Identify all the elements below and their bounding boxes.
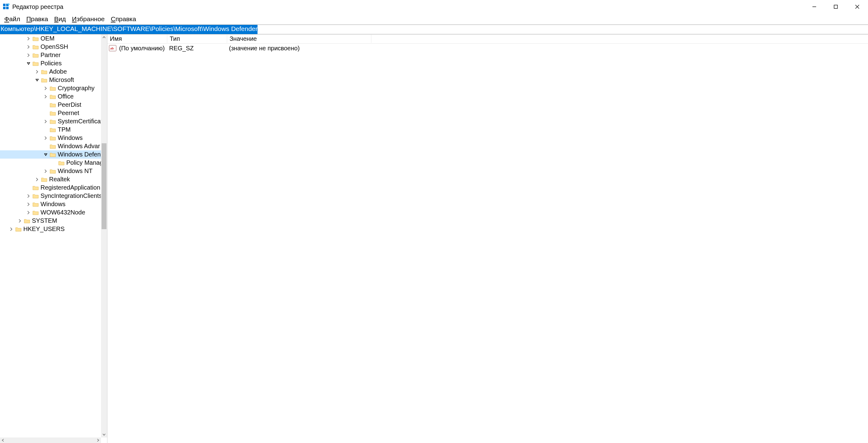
tree-item[interactable]: Realtek (0, 175, 101, 184)
tree-item-label: Cryptography (58, 85, 95, 92)
chevron-down-icon[interactable] (34, 77, 40, 83)
folder-icon (33, 44, 39, 50)
tree-item[interactable]: HKEY_USERS (0, 225, 101, 233)
folder-icon (50, 86, 56, 91)
tree-item[interactable]: WOW6432Node (0, 208, 101, 217)
tree-item[interactable]: Microsoft (0, 76, 101, 84)
chevron-right-icon[interactable] (9, 226, 14, 232)
scroll-thumb[interactable] (102, 143, 106, 229)
value-name: (По умолчанию) (117, 45, 167, 52)
chevron-right-icon[interactable] (43, 86, 49, 91)
folder-icon (41, 77, 47, 83)
chevron-right-icon[interactable] (26, 193, 31, 199)
chevron-right-icon[interactable] (26, 201, 31, 207)
string-value-icon (108, 45, 117, 52)
tree-item[interactable]: SYSTEM (0, 217, 101, 225)
menu-view[interactable]: Вид (51, 14, 69, 24)
tree-item[interactable]: Policy Manag (0, 159, 101, 167)
folder-icon (50, 119, 56, 124)
folder-icon (33, 36, 39, 41)
tree-item[interactable]: Windows Defen (0, 150, 101, 159)
tree-item-label: WOW6432Node (40, 209, 85, 216)
scroll-left-button[interactable] (0, 438, 6, 443)
tree-item-label: Windows (40, 201, 65, 208)
chevron-down-icon[interactable] (43, 152, 49, 157)
tree-item[interactable]: Partner (0, 51, 101, 59)
chevron-right-icon[interactable] (34, 69, 40, 74)
tree-item[interactable]: Peernet (0, 109, 101, 117)
chevron-right-icon[interactable] (43, 94, 49, 99)
window-title: Редактор реестра (12, 3, 63, 10)
folder-icon (33, 185, 39, 190)
value-rows: (По умолчанию)REG_SZ(значение не присвое… (107, 43, 868, 443)
tree-item[interactable]: Policies (0, 59, 101, 67)
tree-item[interactable]: PeerDist (0, 101, 101, 109)
tree-item[interactable]: OpenSSH (0, 43, 101, 51)
chevron-right-icon[interactable] (43, 168, 49, 174)
chevron-right-icon[interactable] (26, 44, 31, 50)
tree-item[interactable]: TPM (0, 125, 101, 134)
folder-icon (16, 227, 22, 232)
folder-icon (33, 202, 39, 207)
chevron-right-icon[interactable] (26, 36, 31, 41)
chevron-right-icon[interactable] (43, 135, 49, 141)
svg-rect-5 (834, 5, 838, 8)
tree-item-label: Windows (58, 134, 83, 141)
column-header-name[interactable]: Имя (107, 35, 167, 43)
column-header-type[interactable]: Тип (167, 35, 227, 43)
chevron-right-icon[interactable] (43, 119, 49, 124)
tree-item[interactable]: Windows Advar (0, 142, 101, 150)
tree[interactable]: OEMOpenSSHPartnerPoliciesAdobeMicrosoftC… (0, 34, 101, 438)
menu-help[interactable]: Справка (108, 14, 139, 24)
tree-item-label: Adobe (49, 68, 67, 75)
value-row[interactable]: (По умолчанию)REG_SZ(значение не присвое… (107, 43, 868, 53)
folder-icon (50, 102, 56, 107)
main-area: OEMOpenSSHPartnerPoliciesAdobeMicrosoftC… (0, 34, 868, 443)
tree-item[interactable]: OEM (0, 34, 101, 43)
tree-item[interactable]: Office (0, 92, 101, 101)
tree-item-label: RegisteredApplication (40, 184, 100, 191)
address-path[interactable]: Компьютер\HKEY_LOCAL_MACHINE\SOFTWARE\Po… (0, 25, 257, 34)
maximize-button[interactable] (825, 0, 846, 13)
tree-item-label: SystemCertificat (58, 118, 101, 125)
tree-item[interactable]: SystemCertificat (0, 117, 101, 125)
chevron-right-icon[interactable] (26, 53, 31, 58)
tree-item-label: Realtek (49, 176, 70, 183)
scroll-right-button[interactable] (95, 438, 101, 443)
chevron-right-icon[interactable] (26, 210, 31, 215)
tree-item[interactable]: Windows NT (0, 167, 101, 175)
menu-favorites[interactable]: Избранное (69, 14, 108, 24)
minimize-button[interactable] (804, 0, 825, 13)
scroll-up-button[interactable] (101, 34, 107, 40)
tree-item-label: OpenSSH (40, 43, 68, 50)
menu-file[interactable]: Файл (1, 14, 23, 24)
tree-item-label: PeerDist (58, 101, 81, 108)
menu-edit[interactable]: Правка (23, 14, 51, 24)
tree-item[interactable]: Windows (0, 200, 101, 208)
scroll-down-button[interactable] (101, 431, 107, 438)
folder-icon (33, 194, 39, 198)
chevron-right-icon[interactable] (17, 218, 23, 224)
folder-icon (50, 94, 56, 99)
svg-rect-2 (3, 7, 5, 9)
tree-item-label: Partner (40, 52, 61, 59)
tree-item[interactable]: Cryptography (0, 84, 101, 92)
tree-item-label: Office (58, 93, 74, 100)
addressbar[interactable]: Компьютер\HKEY_LOCAL_MACHINE\SOFTWARE\Po… (0, 25, 868, 34)
chevron-right-icon[interactable] (34, 177, 40, 182)
values-panel: Имя Тип Значение (По умолчанию)REG_SZ(зн… (107, 34, 868, 443)
folder-icon (33, 210, 39, 215)
folder-icon (33, 61, 39, 66)
tree-item-label: Policies (40, 60, 62, 67)
tree-item[interactable]: SyncIntegrationClients (0, 192, 101, 200)
tree-item[interactable]: Windows (0, 134, 101, 142)
tree-item-label: Windows Advar (58, 143, 100, 150)
column-header-value[interactable]: Значение (227, 35, 371, 43)
tree-horizontal-scrollbar[interactable] (0, 438, 101, 443)
chevron-down-icon[interactable] (26, 61, 31, 66)
tree-item[interactable]: RegisteredApplication (0, 184, 101, 192)
tree-vertical-scrollbar[interactable] (101, 34, 107, 438)
tree-item[interactable]: Adobe (0, 67, 101, 76)
folder-icon (33, 53, 39, 58)
close-button[interactable] (846, 0, 868, 13)
